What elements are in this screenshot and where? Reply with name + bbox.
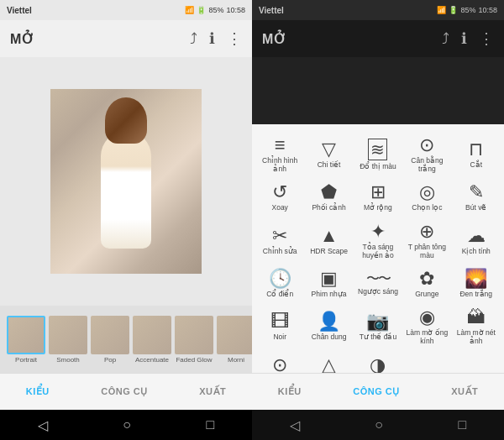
right-back-icon[interactable]: ◁	[290, 417, 300, 433]
tool-extra-2[interactable]: △	[307, 356, 351, 374]
right-recents-icon[interactable]: □	[459, 417, 467, 432]
thumbnail-accentuate[interactable]: Accentuate	[133, 316, 171, 364]
left-recents-icon[interactable]: □	[207, 417, 215, 432]
tool-mo-rong[interactable]: ⊞ Mở rộng	[356, 183, 400, 212]
left-tab-kieu[interactable]: KIỂU	[13, 380, 63, 404]
tool-can-bang-trang[interactable]: ⊙ Cân bằng trắng	[405, 136, 449, 173]
chi-tiet-icon: ▽	[322, 140, 336, 159]
tool-extra-1[interactable]: ⊙	[258, 356, 302, 374]
photo-container	[50, 89, 202, 274]
thumbnail-smooth-label: Smooth	[56, 356, 80, 364]
tool-lam-mo-net-anh[interactable]: 🏔 Làm mờ nét ảnh	[454, 308, 498, 345]
tools-grid: ≡ Chỉnh hình ảnh ▽ Chi tiết ≋ Đổ thị màu…	[252, 124, 504, 373]
tool-noir[interactable]: 🎞 Noir	[258, 312, 302, 341]
tool-chinh-hinh-anh[interactable]: ≡ Chỉnh hình ảnh	[258, 136, 302, 173]
thumbnail-pop-img[interactable]	[91, 316, 129, 354]
tool-extra-3[interactable]: ◑	[356, 356, 400, 374]
tools-row-3: ✂ Chỉnh sửa ▲ HDR Scape ✦ Tỏa sáng huyền…	[252, 217, 504, 265]
right-info-icon[interactable]: ℹ	[461, 29, 467, 48]
main-photo	[50, 89, 202, 274]
chan-dung-icon: 👤	[318, 312, 340, 331]
tool-phim-nhua[interactable]: ▣ Phim nhựa	[307, 270, 351, 298]
tool-but-ve[interactable]: ✎ Bút vẽ	[454, 183, 498, 212]
grunge-label: Grunge	[415, 290, 438, 298]
share-icon[interactable]: ⤴	[190, 30, 197, 48]
right-tab-kieu[interactable]: KIỂU	[265, 380, 315, 404]
thumbnail-smooth[interactable]: Smooth	[49, 316, 87, 364]
co-dien-icon: 🕓	[269, 270, 291, 288]
tool-phoi-canh[interactable]: ⬟ Phối cảnh	[307, 183, 351, 212]
thumbnail-morni-img[interactable]	[217, 316, 252, 354]
left-home-icon[interactable]: ○	[123, 417, 131, 432]
cat-label: Cắt	[470, 160, 483, 169]
tool-den-trang[interactable]: 🌄 Đen trắng	[454, 270, 498, 298]
noir-label: Noir	[273, 333, 286, 341]
tool-kich-tinh[interactable]: ☁ Kịch tính	[454, 227, 498, 255]
but-ve-label: Bút vẽ	[465, 203, 486, 212]
left-tab-congcu[interactable]: CÔNG CỤ	[87, 380, 161, 404]
can-bang-trang-icon: ⊙	[419, 136, 434, 155]
tools-row-6: ⊙ △ ◑	[252, 351, 504, 374]
left-battery-pct: 85%	[208, 6, 223, 14]
info-icon[interactable]: ℹ	[209, 29, 215, 48]
extra-1-icon: ⊙	[272, 356, 287, 374]
phoi-canh-icon: ⬟	[321, 183, 337, 202]
tool-co-dien[interactable]: 🕓 Cổ điển	[258, 270, 302, 298]
do-thi-mau-icon: ≋	[368, 139, 387, 160]
thumbnail-portrait-img[interactable]	[7, 316, 45, 354]
left-tab-xuat[interactable]: XUẤT	[186, 380, 239, 404]
thumbnail-smooth-img[interactable]	[49, 316, 87, 354]
tool-tphan-tong-mau[interactable]: ⊕ T phân tông màu	[405, 223, 449, 259]
right-nav-bar: ◁ ○ □	[252, 410, 504, 440]
left-top-icons: ⤴ ℹ ⋮	[190, 29, 242, 48]
tool-chi-tiet[interactable]: ▽ Chi tiết	[307, 140, 351, 169]
tool-extra-5	[454, 365, 498, 367]
left-top-bar: MỞ ⤴ ℹ ⋮	[0, 20, 252, 57]
tool-grunge[interactable]: ✿ Grunge	[405, 270, 449, 298]
phim-nhua-icon: ▣	[320, 270, 338, 288]
right-tab-congcu[interactable]: CÔNG CỤ	[339, 380, 413, 404]
tool-toa-sang[interactable]: ✦ Tỏa sáng huyền ảo	[356, 223, 400, 259]
thumbnail-morni[interactable]: Morni	[217, 316, 252, 364]
tool-lam-mo-ong-kinh[interactable]: ◉ Làm mờ ống kính	[405, 308, 449, 345]
thumbnail-fadedglow-img[interactable]	[175, 316, 213, 354]
right-home-icon[interactable]: ○	[375, 417, 383, 432]
kich-tinh-label: Kịch tính	[462, 247, 491, 255]
thumbnail-fadedglow-label: Faded Glow	[176, 356, 212, 364]
tools-row-4: 🕓 Cổ điển ▣ Phim nhựa 〜〜 Ngược sáng ✿ Gr…	[252, 265, 504, 303]
tool-chinh-sua[interactable]: ✂ Chỉnh sửa	[258, 227, 302, 255]
tool-nguoc-sang[interactable]: 〜〜 Ngược sáng	[356, 272, 400, 296]
more-icon[interactable]: ⋮	[227, 29, 242, 48]
chon-loc-icon: ◎	[419, 183, 435, 202]
thumbnail-accentuate-img[interactable]	[133, 316, 171, 354]
can-bang-trang-label: Cân bằng trắng	[405, 156, 449, 173]
left-carrier: Viettel	[7, 6, 32, 15]
mo-rong-label: Mở rộng	[364, 203, 392, 212]
tool-chan-dung[interactable]: 👤 Chân dung	[307, 312, 351, 341]
right-more-icon[interactable]: ⋮	[479, 29, 494, 48]
thumbnail-fadedglow[interactable]: Faded Glow	[175, 316, 213, 364]
thumbnail-portrait[interactable]: Portrait	[7, 316, 45, 364]
tphan-tong-mau-label: T phân tông màu	[405, 243, 449, 259]
left-nav-bar: ◁ ○ □	[0, 410, 252, 440]
cat-icon: ⊓	[469, 140, 483, 159]
right-tab-xuat[interactable]: XUẤT	[438, 380, 491, 404]
left-status-right: 📶 🔋 85% 10:58	[185, 6, 245, 14]
left-back-icon[interactable]: ◁	[38, 417, 48, 433]
lam-mo-ong-kinh-icon: ◉	[419, 308, 435, 327]
tool-extra-4	[405, 365, 449, 367]
thumbnail-morni-label: Morni	[228, 356, 244, 364]
tool-xoay[interactable]: ↺ Xoay	[258, 183, 302, 212]
grunge-icon: ✿	[419, 270, 434, 288]
tool-hdr-scape[interactable]: ▲ HDR Scape	[307, 227, 351, 255]
kich-tinh-icon: ☁	[467, 227, 486, 245]
right-share-icon[interactable]: ⤴	[442, 30, 449, 48]
thumbnail-pop[interactable]: Pop	[91, 316, 129, 364]
left-status-bar: Viettel 📶 🔋 85% 10:58	[0, 0, 252, 20]
tool-cat[interactable]: ⊓ Cắt	[454, 140, 498, 169]
tool-tu-the-dau[interactable]: 📷 Tư thế đầu	[356, 312, 400, 341]
tool-do-thi-mau[interactable]: ≋ Đổ thị màu	[356, 139, 400, 170]
right-time: 10:58	[478, 6, 497, 14]
left-time: 10:58	[226, 6, 245, 14]
tool-chon-loc[interactable]: ◎ Chọn lọc	[405, 183, 449, 212]
